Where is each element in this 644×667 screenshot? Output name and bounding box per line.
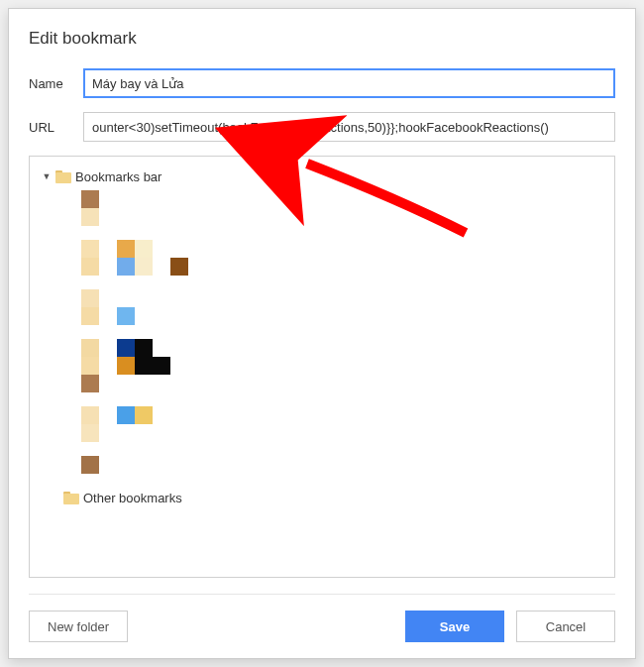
list-item[interactable]: [63, 406, 602, 442]
url-label: URL: [29, 120, 83, 135]
folder-icon: [55, 170, 71, 183]
dialog-title: Edit bookmark: [29, 29, 615, 49]
list-item[interactable]: [63, 289, 602, 325]
button-bar: New folder Save Cancel: [29, 594, 615, 642]
name-row: Name: [29, 68, 615, 98]
list-item[interactable]: [63, 339, 602, 392]
save-button[interactable]: Save: [405, 611, 504, 642]
url-row: URL: [29, 112, 615, 142]
chevron-down-icon[interactable]: ▼: [42, 171, 52, 181]
tree-label-other-bookmarks: Other bookmarks: [83, 491, 182, 505]
url-input[interactable]: [83, 112, 615, 142]
folder-icon: [63, 492, 79, 504]
name-input[interactable]: [83, 68, 615, 98]
edit-bookmark-dialog: Edit bookmark Name URL ▼ Bookmarks bar O…: [8, 8, 636, 659]
list-item[interactable]: [63, 190, 602, 226]
list-item[interactable]: [63, 240, 602, 276]
cancel-button[interactable]: Cancel: [516, 611, 615, 642]
bookmarks-bar-children: [42, 190, 602, 474]
tree-label-bookmarks-bar: Bookmarks bar: [75, 169, 161, 184]
new-folder-button[interactable]: New folder: [29, 611, 128, 642]
tree-node-bookmarks-bar[interactable]: ▼ Bookmarks bar: [42, 167, 602, 186]
list-item[interactable]: [63, 456, 602, 474]
folder-tree[interactable]: ▼ Bookmarks bar Other bookmarks: [29, 156, 615, 578]
tree-node-other-bookmarks[interactable]: Other bookmarks: [63, 488, 602, 507]
name-label: Name: [29, 76, 83, 91]
